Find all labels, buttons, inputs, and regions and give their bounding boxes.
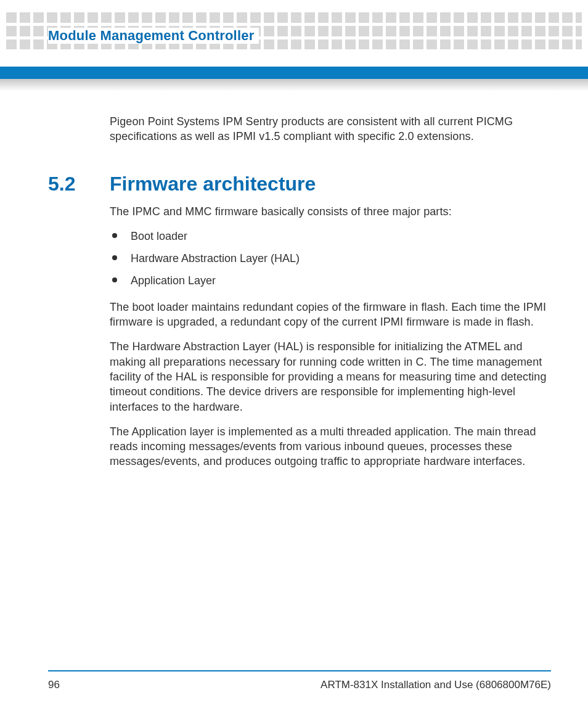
header-divider-shadow — [0, 79, 588, 91]
section-number: 5.2 — [48, 173, 110, 195]
list-item: Boot loader — [110, 229, 551, 244]
page-footer: 96 ARTM-831X Installation and Use (68068… — [48, 679, 551, 691]
list-item: Hardware Abstraction Layer (HAL) — [110, 251, 551, 266]
footer-rule — [48, 670, 551, 671]
body-paragraph: The boot loader maintains redundant copi… — [110, 300, 551, 330]
section-title: Firmware architecture — [110, 173, 316, 195]
bullet-list: Boot loader Hardware Abstraction Layer (… — [110, 229, 551, 289]
list-item: Application Layer — [110, 273, 551, 288]
intro-paragraph: Pigeon Point Systems IPM Sentry products… — [110, 114, 551, 144]
body-paragraph: The Hardware Abstraction Layer (HAL) is … — [110, 339, 551, 414]
header-divider-bar — [0, 67, 588, 79]
section-body: The IPMC and MMC firmware basically cons… — [110, 204, 551, 469]
body-paragraph: The Application layer is implemented as … — [110, 424, 551, 469]
section-heading: 5.2 Firmware architecture — [48, 173, 551, 195]
page-number: 96 — [48, 679, 60, 691]
page-content: Pigeon Point Systems IPM Sentry products… — [48, 114, 551, 479]
chapter-title: Module Management Controller — [48, 28, 259, 44]
doc-reference: ARTM-831X Installation and Use (6806800M… — [321, 679, 551, 691]
section-lead: The IPMC and MMC firmware basically cons… — [110, 204, 551, 219]
